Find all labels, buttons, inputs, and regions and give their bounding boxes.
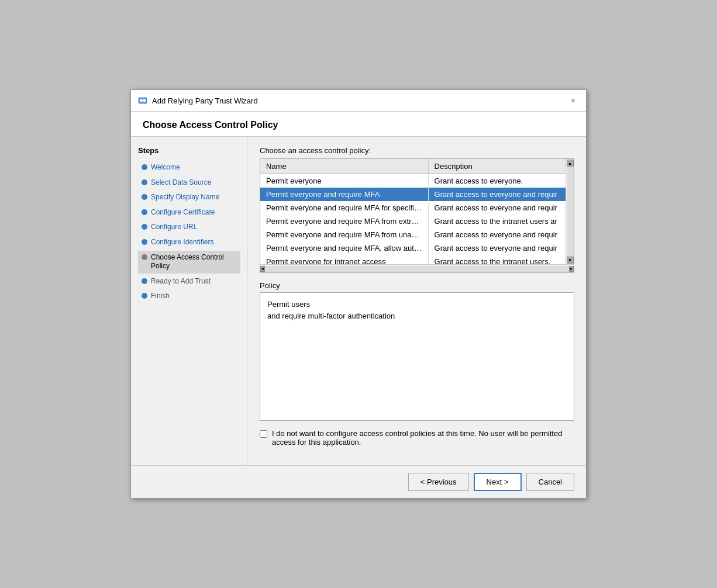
cell-name: Permit everyone for intranet access: [260, 255, 428, 264]
table-row[interactable]: Permit everyone and require MFA from una…: [260, 228, 566, 241]
svg-rect-3: [142, 100, 144, 101]
table-row[interactable]: Permit everyone and require MFA, allow a…: [260, 241, 566, 255]
step-dot-choose-access-control-policy: [142, 254, 147, 260]
policy-table: Name Description Permit everyoneGrant ac…: [260, 159, 566, 264]
policy-text-line1: Permit users: [267, 299, 567, 310]
policy-text-line2: and require multi-factor authentication: [267, 310, 567, 322]
sidebar-item-choose-access-control-policy[interactable]: Choose Access Control Policy: [138, 251, 240, 274]
table-scroll[interactable]: Name Description Permit everyoneGrant ac…: [260, 159, 566, 264]
table-with-scrollbar: Name Description Permit everyoneGrant ac…: [260, 159, 574, 264]
hscroll-track: [265, 266, 569, 272]
sidebar-items: WelcomeSelect Data SourceSpecify Display…: [138, 161, 240, 303]
sidebar-item-configure-certificate[interactable]: Configure Certificate: [138, 206, 240, 220]
policy-box-label: Policy: [260, 281, 574, 290]
policy-section: Choose an access control policy: Name De…: [260, 146, 574, 273]
sidebar-item-configure-url[interactable]: Configure URL: [138, 220, 240, 234]
window-title: Add Relying Party Trust Wizard: [152, 96, 258, 105]
step-dot-configure-certificate: [142, 209, 147, 215]
section-label: Choose an access control policy:: [260, 146, 574, 155]
no-policy-checkbox-row: I do not want to configure access contro…: [260, 429, 574, 447]
scroll-up-btn[interactable]: ▲: [567, 160, 574, 167]
step-label-choose-access-control-policy: Choose Access Control Policy: [151, 253, 237, 271]
policy-table-container: Name Description Permit everyoneGrant ac…: [260, 158, 574, 273]
cell-name: Permit everyone and require MFA for spec…: [260, 201, 428, 215]
step-dot-ready-to-add-trust: [142, 278, 147, 284]
step-label-ready-to-add-trust: Ready to Add Trust: [151, 277, 211, 286]
step-label-configure-url: Configure URL: [151, 223, 197, 232]
step-label-welcome: Welcome: [151, 163, 180, 172]
no-policy-label[interactable]: I do not want to configure access contro…: [272, 429, 574, 447]
main-panel: Choose an access control policy: Name De…: [248, 137, 586, 465]
title-bar-left: Add Relying Party Trust Wizard: [138, 96, 258, 105]
table-row[interactable]: Permit everyone and require MFAGrant acc…: [260, 188, 566, 201]
sidebar: Steps WelcomeSelect Data SourceSpecify D…: [131, 137, 248, 465]
policy-table-body: Permit everyoneGrant access to everyone.…: [260, 174, 566, 265]
scroll-track: [567, 167, 574, 257]
wizard-icon: [138, 96, 147, 105]
hscroll-left[interactable]: ◄: [260, 266, 265, 272]
cell-description: Grant access to everyone and requir: [428, 201, 566, 215]
table-row[interactable]: Permit everyoneGrant access to everyone.: [260, 174, 566, 188]
scroll-down-btn[interactable]: ▼: [567, 257, 574, 264]
step-label-configure-identifiers: Configure Identifiers: [151, 238, 213, 247]
sidebar-heading: Steps: [138, 146, 240, 155]
cell-description: Grant access to everyone and requir: [428, 188, 566, 201]
cell-description: Grant access to the intranet users ar: [428, 215, 566, 228]
table-row[interactable]: Permit everyone and require MFA from ext…: [260, 215, 566, 228]
next-button[interactable]: Next >: [474, 473, 522, 491]
page-title: Choose Access Control Policy: [131, 112, 586, 137]
step-label-select-data-source: Select Data Source: [151, 178, 211, 188]
sidebar-item-select-data-source[interactable]: Select Data Source: [138, 176, 240, 190]
wizard-window: Add Relying Party Trust Wizard × Choose …: [130, 89, 587, 499]
close-button[interactable]: ×: [567, 95, 579, 106]
col-description: Description: [428, 159, 566, 174]
step-dot-welcome: [142, 164, 147, 170]
cancel-button[interactable]: Cancel: [526, 473, 574, 491]
cell-name: Permit everyone: [260, 174, 428, 188]
table-scrollbar[interactable]: ▲ ▼: [566, 159, 574, 264]
cell-description: Grant access to the intranet users.: [428, 255, 566, 264]
step-dot-finish: [142, 293, 147, 299]
policy-box: Permit users and require multi-factor au…: [260, 292, 574, 421]
previous-button[interactable]: < Previous: [408, 473, 469, 491]
footer: < Previous Next > Cancel: [131, 465, 586, 498]
step-label-specify-display-name: Specify Display Name: [151, 193, 219, 202]
table-row[interactable]: Permit everyone for intranet accessGrant…: [260, 255, 566, 264]
sidebar-item-ready-to-add-trust[interactable]: Ready to Add Trust: [138, 275, 240, 289]
step-dot-select-data-source: [142, 179, 147, 185]
step-label-finish: Finish: [151, 292, 170, 301]
step-dot-specify-display-name: [142, 194, 147, 200]
col-name: Name: [260, 159, 428, 174]
step-label-configure-certificate: Configure Certificate: [151, 208, 215, 217]
cell-name: Permit everyone and require MFA, allow a…: [260, 241, 428, 255]
cell-description: Grant access to everyone and requir: [428, 228, 566, 241]
cell-name: Permit everyone and require MFA from una…: [260, 228, 428, 241]
cell-description: Grant access to everyone.: [428, 174, 566, 188]
content-area: Steps WelcomeSelect Data SourceSpecify D…: [131, 137, 586, 465]
cell-description: Grant access to everyone and requir: [428, 241, 566, 255]
policy-box-section: Policy Permit users and require multi-fa…: [260, 281, 574, 421]
sidebar-item-finish[interactable]: Finish: [138, 289, 240, 303]
sidebar-item-specify-display-name[interactable]: Specify Display Name: [138, 191, 240, 205]
sidebar-item-welcome[interactable]: Welcome: [138, 161, 240, 175]
cell-name: Permit everyone and require MFA from ext…: [260, 215, 428, 228]
hscroll-right[interactable]: ►: [569, 266, 574, 272]
cell-name: Permit everyone and require MFA: [260, 188, 428, 201]
sidebar-item-configure-identifiers[interactable]: Configure Identifiers: [138, 236, 240, 250]
step-dot-configure-url: [142, 224, 147, 230]
table-row[interactable]: Permit everyone and require MFA for spec…: [260, 201, 566, 215]
title-bar: Add Relying Party Trust Wizard ×: [131, 90, 586, 112]
step-dot-configure-identifiers: [142, 239, 147, 245]
no-policy-checkbox[interactable]: [260, 430, 267, 438]
table-hscroll[interactable]: ◄ ►: [260, 264, 574, 272]
